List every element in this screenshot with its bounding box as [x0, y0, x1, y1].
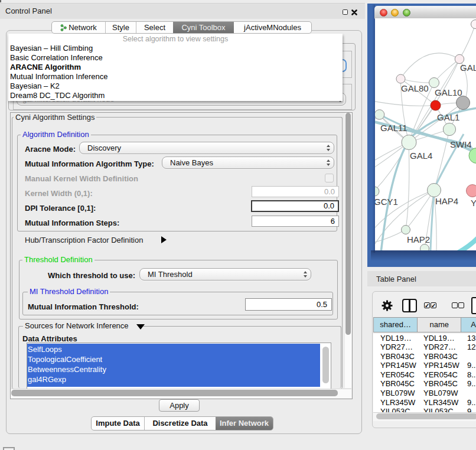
svg-text:GAL1: GAL1	[437, 112, 459, 122]
svg-text:GAL11: GAL11	[380, 123, 407, 133]
svg-text:GAL: GAL	[460, 63, 476, 73]
svg-text:HAP4: HAP4	[435, 196, 458, 206]
svg-text:GCY1: GCY1	[375, 197, 398, 207]
svg-text:GAL4: GAL4	[410, 151, 432, 161]
svg-text:GAL10: GAL10	[435, 87, 462, 97]
svg-text:HAP2: HAP2	[407, 234, 430, 244]
svg-text:SWI4: SWI4	[450, 139, 472, 149]
svg-text:GAL80: GAL80	[401, 83, 429, 93]
svg-text:Y: Y	[471, 198, 476, 208]
